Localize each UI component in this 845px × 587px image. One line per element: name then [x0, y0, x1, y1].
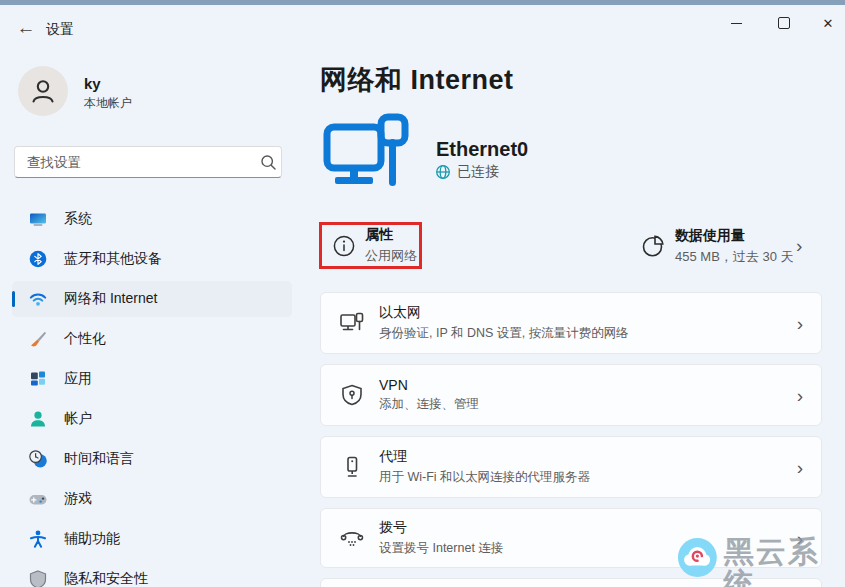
data-usage-title: 数据使用量: [675, 227, 794, 245]
person-icon: [28, 76, 58, 106]
maximize-icon: [778, 17, 790, 29]
chevron-right-icon: ›: [797, 458, 803, 477]
card-title: 拨号: [379, 519, 797, 537]
window-top-edge: [0, 0, 845, 5]
card-subtitle: 用于 Wi-Fi 和以太网连接的代理服务器: [379, 469, 797, 486]
selected-indicator: [12, 291, 15, 307]
sidebar-item-network[interactable]: 网络和 Internet: [12, 281, 292, 317]
connection-name: Ethernet0: [436, 138, 528, 161]
close-icon: ✕: [823, 16, 834, 31]
sidebar-item-privacy[interactable]: 隐私和安全性: [12, 561, 292, 587]
window-title: 设置: [46, 21, 74, 39]
chevron-right-icon: ›: [796, 236, 802, 255]
accounts-icon: [28, 409, 48, 429]
card-vpn[interactable]: VPN 添加、连接、管理 ›: [320, 364, 822, 426]
profile-name: ky: [84, 75, 101, 92]
search-box: [14, 146, 282, 178]
card-dialup[interactable]: 拨号 设置拨号 Internet 连接 ›: [320, 508, 822, 568]
connection-status: 已连接: [435, 163, 499, 181]
globe-icon: [435, 164, 451, 180]
search-icon: [255, 154, 281, 171]
back-arrow-icon: ←: [17, 17, 36, 39]
system-icon: [28, 209, 48, 229]
ethernet-hero-icon: [320, 112, 412, 196]
dialup-phone-icon: [337, 527, 367, 549]
vpn-shield-icon: [337, 383, 367, 407]
network-icon: [28, 289, 48, 309]
search-input[interactable]: [15, 155, 255, 170]
sidebar-item-accessibility[interactable]: 辅助功能: [12, 521, 292, 557]
sidebar-item-label: 个性化: [64, 330, 106, 348]
profile-account-type: 本地帐户: [84, 95, 132, 112]
sidebar-item-label: 应用: [64, 370, 92, 388]
sidebar-item-system[interactable]: 系统: [12, 201, 292, 237]
sidebar-item-label: 蓝牙和其他设备: [64, 250, 162, 268]
sidebar-item-label: 网络和 Internet: [64, 290, 157, 308]
chevron-right-icon: ›: [797, 529, 803, 548]
annotation-red-box: [319, 222, 422, 269]
accessibility-icon: [28, 529, 48, 549]
bluetooth-icon: [28, 249, 48, 269]
sidebar-item-label: 隐私和安全性: [64, 570, 148, 587]
sidebar-item-gaming[interactable]: 游戏: [12, 481, 292, 517]
avatar: [18, 66, 68, 116]
ethernet-icon: [337, 311, 367, 335]
pie-chart-icon: [640, 233, 666, 259]
sidebar-item-label: 帐户: [64, 410, 92, 428]
sidebar-item-label: 系统: [64, 210, 92, 228]
proxy-server-icon: [337, 455, 367, 479]
close-button[interactable]: ✕: [806, 8, 845, 38]
card-title: 以太网: [379, 304, 797, 322]
card-subtitle: 添加、连接、管理: [379, 396, 797, 413]
gaming-icon: [28, 489, 48, 509]
sidebar-item-personalization[interactable]: 个性化: [12, 321, 292, 357]
apps-icon: [28, 369, 48, 389]
card-ethernet[interactable]: 以太网 身份验证, IP 和 DNS 设置, 按流量计费的网络 ›: [320, 292, 822, 354]
data-usage-subtitle: 455 MB，过去 30 天: [675, 248, 794, 266]
card-subtitle: 设置拨号 Internet 连接: [379, 540, 797, 557]
sidebar-item-time-language[interactable]: 时间和语言: [12, 441, 292, 477]
personalization-icon: [28, 329, 48, 349]
privacy-icon: [28, 569, 48, 587]
time-language-icon: [28, 449, 48, 469]
back-button[interactable]: ←: [12, 16, 40, 40]
sidebar-item-accounts[interactable]: 帐户: [12, 401, 292, 437]
settings-window: ← 设置 ✕ ky 本地帐户: [0, 0, 845, 587]
maximize-button[interactable]: [762, 8, 806, 38]
chevron-right-icon: ›: [797, 386, 803, 405]
minimize-button[interactable]: [714, 8, 758, 38]
sidebar-item-bluetooth[interactable]: 蓝牙和其他设备: [12, 241, 292, 277]
sidebar-item-label: 时间和语言: [64, 450, 134, 468]
sidebar-item-label: 游戏: [64, 490, 92, 508]
minimize-icon: [731, 23, 742, 24]
page-title: 网络和 Internet: [320, 62, 514, 98]
connection-status-label: 已连接: [457, 163, 499, 181]
card-subtitle: 身份验证, IP 和 DNS 设置, 按流量计费的网络: [379, 325, 797, 342]
data-usage-card[interactable]: 数据使用量 455 MB，过去 30 天: [640, 222, 820, 270]
sidebar-item-apps[interactable]: 应用: [12, 361, 292, 397]
card-title: VPN: [379, 377, 797, 393]
chevron-right-icon: ›: [797, 314, 803, 333]
card-title: 代理: [379, 448, 797, 466]
card-proxy[interactable]: 代理 用于 Wi-Fi 和以太网连接的代理服务器 ›: [320, 436, 822, 498]
sidebar-item-label: 辅助功能: [64, 530, 120, 548]
card-partial-bottom[interactable]: [320, 578, 822, 587]
